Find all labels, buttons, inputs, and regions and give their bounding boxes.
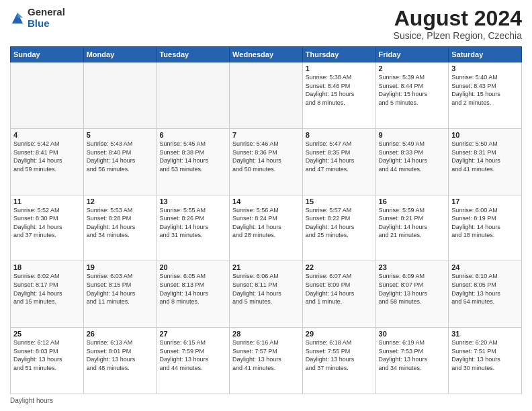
day-number: 4 bbox=[13, 131, 81, 139]
day-number: 6 bbox=[159, 131, 226, 139]
day-info: Sunrise: 5:45 AM Sunset: 8:38 PM Dayligh… bbox=[159, 140, 226, 173]
calendar-cell: 24Sunrise: 6:10 AM Sunset: 8:05 PM Dayli… bbox=[449, 261, 522, 328]
day-number: 23 bbox=[379, 263, 446, 271]
day-header-thursday: Thursday bbox=[302, 47, 375, 62]
calendar-cell: 9Sunrise: 5:49 AM Sunset: 8:33 PM Daylig… bbox=[375, 128, 449, 195]
day-number: 10 bbox=[451, 131, 519, 139]
calendar-cell: 23Sunrise: 6:09 AM Sunset: 8:07 PM Dayli… bbox=[375, 261, 449, 328]
day-number: 18 bbox=[13, 263, 81, 271]
day-header-sunday: Sunday bbox=[11, 47, 84, 62]
day-number: 24 bbox=[451, 263, 519, 271]
day-number: 21 bbox=[232, 263, 300, 271]
day-number: 5 bbox=[87, 131, 154, 139]
calendar-cell: 18Sunrise: 6:02 AM Sunset: 8:17 PM Dayli… bbox=[11, 261, 84, 328]
day-info: Sunrise: 5:53 AM Sunset: 8:28 PM Dayligh… bbox=[87, 206, 154, 240]
day-header-friday: Friday bbox=[375, 47, 449, 62]
day-info: Sunrise: 6:06 AM Sunset: 8:11 PM Dayligh… bbox=[232, 272, 300, 306]
day-number: 2 bbox=[379, 64, 446, 73]
day-number: 12 bbox=[87, 197, 154, 205]
day-number: 22 bbox=[306, 263, 373, 271]
day-number: 7 bbox=[232, 131, 300, 139]
day-info: Sunrise: 5:47 AM Sunset: 8:35 PM Dayligh… bbox=[306, 140, 373, 173]
day-number: 19 bbox=[87, 263, 154, 271]
day-info: Sunrise: 6:12 AM Sunset: 8:03 PM Dayligh… bbox=[13, 338, 81, 372]
day-info: Sunrise: 6:07 AM Sunset: 8:09 PM Dayligh… bbox=[306, 272, 373, 306]
day-number: 20 bbox=[159, 263, 226, 271]
calendar-cell bbox=[157, 62, 230, 129]
calendar-cell: 25Sunrise: 6:12 AM Sunset: 8:03 PM Dayli… bbox=[11, 328, 84, 394]
day-info: Sunrise: 5:49 AM Sunset: 8:33 PM Dayligh… bbox=[379, 140, 446, 173]
week-row-5: 25Sunrise: 6:12 AM Sunset: 8:03 PM Dayli… bbox=[11, 328, 522, 394]
calendar-cell: 7Sunrise: 5:46 AM Sunset: 8:36 PM Daylig… bbox=[230, 128, 303, 195]
day-info: Sunrise: 5:52 AM Sunset: 8:30 PM Dayligh… bbox=[13, 206, 81, 240]
day-info: Sunrise: 5:38 AM Sunset: 8:46 PM Dayligh… bbox=[306, 73, 373, 107]
day-number: 16 bbox=[379, 197, 446, 205]
day-number: 27 bbox=[159, 330, 226, 338]
day-number: 26 bbox=[87, 330, 154, 338]
day-info: Sunrise: 6:09 AM Sunset: 8:07 PM Dayligh… bbox=[379, 272, 446, 306]
day-info: Sunrise: 6:05 AM Sunset: 8:13 PM Dayligh… bbox=[159, 272, 226, 306]
calendar-table: SundayMondayTuesdayWednesdayThursdayFrid… bbox=[10, 46, 522, 394]
day-info: Sunrise: 5:40 AM Sunset: 8:43 PM Dayligh… bbox=[451, 73, 519, 107]
calendar-cell: 6Sunrise: 5:45 AM Sunset: 8:38 PM Daylig… bbox=[157, 128, 230, 195]
header: General Blue August 2024 Susice, Plzen R… bbox=[10, 7, 522, 41]
logo: General Blue bbox=[10, 7, 65, 29]
subtitle: Susice, Plzen Region, Czechia bbox=[394, 30, 522, 41]
calendar-cell: 30Sunrise: 6:19 AM Sunset: 7:53 PM Dayli… bbox=[375, 328, 449, 394]
day-info: Sunrise: 5:39 AM Sunset: 8:44 PM Dayligh… bbox=[379, 73, 446, 107]
week-row-2: 4Sunrise: 5:42 AM Sunset: 8:41 PM Daylig… bbox=[11, 128, 522, 195]
day-info: Sunrise: 5:56 AM Sunset: 8:24 PM Dayligh… bbox=[232, 206, 300, 240]
day-info: Sunrise: 6:03 AM Sunset: 8:15 PM Dayligh… bbox=[87, 272, 154, 306]
calendar-cell: 2Sunrise: 5:39 AM Sunset: 8:44 PM Daylig… bbox=[375, 62, 449, 129]
day-header-wednesday: Wednesday bbox=[230, 47, 303, 62]
day-number: 30 bbox=[379, 330, 446, 338]
day-info: Sunrise: 6:19 AM Sunset: 7:53 PM Dayligh… bbox=[379, 338, 446, 372]
calendar-cell: 22Sunrise: 6:07 AM Sunset: 8:09 PM Dayli… bbox=[302, 261, 375, 328]
calendar-cell: 21Sunrise: 6:06 AM Sunset: 8:11 PM Dayli… bbox=[230, 261, 303, 328]
day-number: 3 bbox=[451, 64, 519, 73]
title-block: August 2024 Susice, Plzen Region, Czechi… bbox=[394, 7, 522, 41]
day-number: 28 bbox=[232, 330, 300, 338]
day-number: 31 bbox=[451, 330, 519, 338]
day-info: Sunrise: 6:16 AM Sunset: 7:57 PM Dayligh… bbox=[232, 338, 300, 372]
logo-icon bbox=[10, 11, 25, 26]
day-number: 17 bbox=[451, 197, 519, 205]
calendar-cell: 11Sunrise: 5:52 AM Sunset: 8:30 PM Dayli… bbox=[11, 195, 84, 261]
day-number: 1 bbox=[306, 64, 373, 73]
calendar-cell: 3Sunrise: 5:40 AM Sunset: 8:43 PM Daylig… bbox=[449, 62, 522, 129]
calendar-cell bbox=[11, 62, 84, 129]
day-info: Sunrise: 6:10 AM Sunset: 8:05 PM Dayligh… bbox=[451, 272, 519, 306]
footer-note: Daylight hours bbox=[10, 397, 522, 404]
calendar-cell: 12Sunrise: 5:53 AM Sunset: 8:28 PM Dayli… bbox=[83, 195, 157, 261]
calendar-cell: 17Sunrise: 6:00 AM Sunset: 8:19 PM Dayli… bbox=[449, 195, 522, 261]
logo-general: General bbox=[28, 7, 65, 18]
calendar-cell: 1Sunrise: 5:38 AM Sunset: 8:46 PM Daylig… bbox=[302, 62, 375, 129]
svg-marker-1 bbox=[17, 12, 23, 17]
day-number: 13 bbox=[159, 197, 226, 205]
calendar-cell: 15Sunrise: 5:57 AM Sunset: 8:22 PM Dayli… bbox=[302, 195, 375, 261]
day-info: Sunrise: 6:00 AM Sunset: 8:19 PM Dayligh… bbox=[451, 206, 519, 240]
page: General Blue August 2024 Susice, Plzen R… bbox=[0, 0, 532, 411]
day-info: Sunrise: 6:13 AM Sunset: 8:01 PM Dayligh… bbox=[87, 338, 154, 372]
calendar-cell: 13Sunrise: 5:55 AM Sunset: 8:26 PM Dayli… bbox=[157, 195, 230, 261]
day-number: 15 bbox=[306, 197, 373, 205]
calendar-cell: 5Sunrise: 5:43 AM Sunset: 8:40 PM Daylig… bbox=[83, 128, 157, 195]
calendar-cell: 10Sunrise: 5:50 AM Sunset: 8:31 PM Dayli… bbox=[449, 128, 522, 195]
day-number: 29 bbox=[306, 330, 373, 338]
day-info: Sunrise: 6:02 AM Sunset: 8:17 PM Dayligh… bbox=[13, 272, 81, 306]
day-info: Sunrise: 5:42 AM Sunset: 8:41 PM Dayligh… bbox=[13, 140, 81, 173]
day-info: Sunrise: 6:20 AM Sunset: 7:51 PM Dayligh… bbox=[451, 338, 519, 372]
calendar-cell: 20Sunrise: 6:05 AM Sunset: 8:13 PM Dayli… bbox=[157, 261, 230, 328]
calendar-cell bbox=[230, 62, 303, 129]
calendar-cell: 8Sunrise: 5:47 AM Sunset: 8:35 PM Daylig… bbox=[302, 128, 375, 195]
calendar-cell: 31Sunrise: 6:20 AM Sunset: 7:51 PM Dayli… bbox=[449, 328, 522, 394]
calendar-cell: 19Sunrise: 6:03 AM Sunset: 8:15 PM Dayli… bbox=[83, 261, 157, 328]
main-title: August 2024 bbox=[394, 7, 522, 30]
week-row-1: 1Sunrise: 5:38 AM Sunset: 8:46 PM Daylig… bbox=[11, 62, 522, 129]
day-header-saturday: Saturday bbox=[449, 47, 522, 62]
day-number: 14 bbox=[232, 197, 300, 205]
day-number: 11 bbox=[13, 197, 81, 205]
calendar-cell: 28Sunrise: 6:16 AM Sunset: 7:57 PM Dayli… bbox=[230, 328, 303, 394]
calendar-cell: 14Sunrise: 5:56 AM Sunset: 8:24 PM Dayli… bbox=[230, 195, 303, 261]
calendar-cell: 16Sunrise: 5:59 AM Sunset: 8:21 PM Dayli… bbox=[375, 195, 449, 261]
